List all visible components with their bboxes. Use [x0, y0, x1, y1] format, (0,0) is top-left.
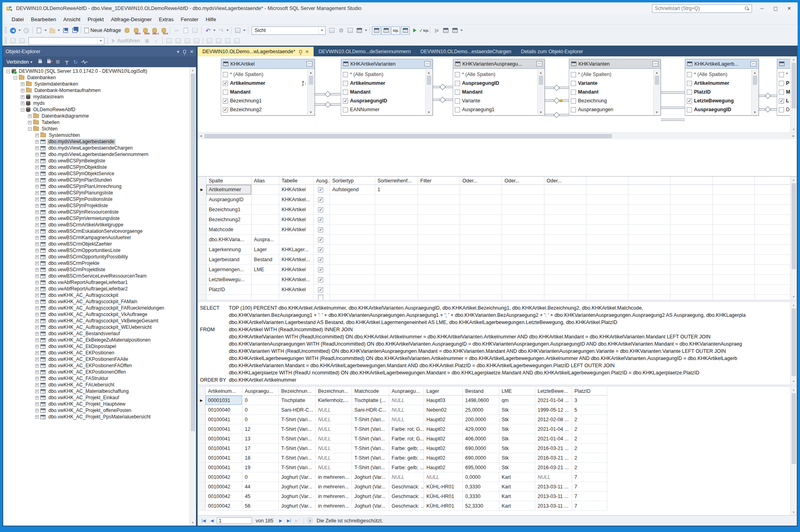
criteria-cell[interactable]	[586, 245, 628, 255]
criteria-cell[interactable]	[418, 255, 460, 265]
result-cell[interactable]: 00100042	[206, 472, 242, 482]
expander-icon[interactable]: +	[35, 364, 39, 368]
pin-icon[interactable]	[183, 50, 186, 53]
result-row[interactable]: 0010004256Joghurt (Var...in mehreren...J…	[198, 501, 797, 511]
column-checkbox[interactable]	[455, 107, 460, 112]
result-cell[interactable]: 00100041	[206, 434, 242, 444]
database-combobox[interactable]	[28, 37, 104, 45]
verify-sql-icon[interactable]: ✓	[152, 37, 160, 45]
column-checkbox[interactable]	[343, 90, 348, 95]
criteria-cell[interactable]: dbo.KHKVaria...	[206, 235, 252, 245]
criteria-cell[interactable]	[375, 225, 418, 235]
criteria-cell[interactable]: Bezeichnung1	[206, 205, 252, 215]
result-cell[interactable]: 00100041	[206, 463, 242, 472]
result-cell[interactable]: T-Shirt (Vari...	[352, 434, 389, 444]
scroll-left-icon[interactable]: ◀	[198, 133, 204, 139]
criteria-cell[interactable]	[330, 285, 375, 295]
result-cell[interactable]: Stk	[499, 415, 535, 424]
criteria-cell[interactable]	[628, 265, 670, 275]
stop-icon[interactable]	[54, 58, 62, 66]
result-cell[interactable]: 25,0000	[463, 405, 499, 415]
window-position-icon[interactable]: ▾	[177, 49, 179, 54]
criteria-cell[interactable]: KHKArtikel	[279, 215, 314, 225]
criteria-cell[interactable]	[586, 225, 628, 235]
expander-icon[interactable]: +	[35, 159, 39, 163]
result-cell[interactable]: Haupt02	[424, 424, 463, 434]
tree-item[interactable]: +dbo.vwKHK_AC_Auftragscockpit	[3, 292, 189, 298]
row-selector[interactable]	[198, 405, 206, 415]
expander-icon[interactable]: +	[35, 166, 39, 169]
tree-item[interactable]: −Sichten	[3, 126, 189, 132]
criteria-cell[interactable]	[586, 185, 628, 195]
column-checkbox[interactable]	[455, 98, 460, 104]
result-cell[interactable]: qm	[499, 396, 535, 405]
result-cell[interactable]: 2013-03-11 ...	[535, 482, 572, 492]
criteria-row[interactable]: Bezeichnung2KHKArtikel	[198, 215, 797, 225]
show-sql-pane-icon[interactable]	[183, 37, 192, 45]
expander-icon[interactable]: +	[35, 338, 39, 342]
result-cell[interactable]: in mehreren...	[316, 482, 352, 492]
criteria-pane-toggle-button[interactable]	[382, 26, 390, 35]
column-checkbox[interactable]	[571, 72, 576, 77]
console-icon[interactable]	[355, 26, 364, 35]
table-box-header[interactable]: KHKArtikelVarianten—	[341, 59, 432, 69]
criteria-cell[interactable]	[544, 265, 586, 275]
criteria-cell[interactable]	[628, 205, 670, 215]
result-cell[interactable]: 00100040	[206, 405, 242, 415]
expander-icon[interactable]: +	[28, 121, 32, 124]
criteria-column-header[interactable]: Sortierreihenf...	[375, 177, 418, 185]
dax-query-icon[interactable]: DAX	[160, 26, 168, 35]
criteria-cell[interactable]	[670, 195, 712, 205]
result-cell[interactable]: T-Shirt (Vari...	[279, 453, 316, 463]
row-selector[interactable]	[198, 235, 206, 245]
result-cell[interactable]: 2016-03-21 ...	[535, 444, 572, 453]
result-cell[interactable]: T-Shirt (Vari...	[352, 444, 389, 453]
column-checkbox[interactable]	[343, 98, 348, 104]
column-checkbox[interactable]	[223, 81, 228, 86]
column-checkbox[interactable]	[779, 98, 784, 104]
expander-icon[interactable]: +	[35, 409, 39, 412]
criteria-cell[interactable]	[375, 215, 418, 225]
results-pane-toggle-button[interactable]	[401, 26, 410, 35]
criteria-cell[interactable]: KHKArtikel	[279, 185, 314, 195]
table-box-khkvariantenauspraegu[interactable]: KHKVariantenAuspraegu...—* (Alle Spalten…	[453, 59, 545, 116]
result-row[interactable]: 001000410T-Shirt (Vari...NULLT-Shirt (Va…	[198, 415, 797, 424]
criteria-cell[interactable]	[418, 235, 460, 245]
criteria-cell[interactable]	[670, 205, 712, 215]
result-cell[interactable]: Sani-HDR-C...	[279, 405, 316, 415]
add-new-derived-table-icon[interactable]	[451, 26, 459, 35]
table-box-khkartikel[interactable]: KHKArtikel—* (Alle Spalten)Artikelnummer…	[221, 59, 315, 116]
last-record-button[interactable]: ▶|	[285, 517, 292, 524]
result-cell[interactable]: Joghurt (Var...	[279, 482, 316, 492]
join-connector[interactable]	[315, 92, 341, 97]
sql-pane-toggle-button[interactable]: SQL	[391, 26, 400, 35]
include-actual-plan-icon[interactable]	[18, 37, 26, 45]
tree-item[interactable]: +dbo.vewBSCrmOpportunitiesListe	[3, 247, 189, 254]
scroll-up-icon[interactable]: ▲	[790, 302, 797, 308]
expander-icon[interactable]: +	[35, 172, 39, 176]
close-icon[interactable]: ✕	[190, 49, 194, 54]
tab-devwin10-oldemo-deseriennummern[interactable]: DEVWIN10.OLDemo...deSeriennummern	[314, 47, 416, 56]
criteria-cell[interactable]	[375, 205, 418, 215]
result-cell[interactable]: 44	[242, 482, 279, 492]
output-checkbox[interactable]	[318, 207, 323, 212]
result-cell[interactable]: Haupt02	[424, 453, 463, 463]
tree-item[interactable]: +dbo.vwKHK_AC_EKPositionenFAAlle	[3, 356, 189, 362]
column-row[interactable]: * (Alle Spalten)	[571, 70, 652, 79]
criteria-cell[interactable]	[544, 235, 586, 245]
criteria-cell[interactable]	[713, 245, 755, 255]
result-cell[interactable]: KÜHL-HR01	[424, 482, 463, 492]
expander-icon[interactable]: +	[35, 274, 39, 278]
add-group-by-icon[interactable]	[214, 37, 223, 45]
new-record-button[interactable]: ▶*	[294, 517, 301, 524]
criteria-column-header[interactable]: Oder...	[460, 177, 502, 185]
output-checkbox-cell[interactable]	[314, 225, 330, 235]
tree-item[interactable]: +dbo.vwKHK_AC_EkDispostapel	[3, 343, 189, 350]
minimize-button[interactable]: —	[536, 61, 542, 66]
next-record-button[interactable]: ▶	[277, 517, 284, 524]
criteria-cell[interactable]	[418, 185, 460, 195]
tree-item[interactable]: +dbo.vwKHK_AC_Projekt_PpsMaterialuebersi…	[3, 414, 189, 420]
new-query-button[interactable]: Neue Abfrage	[84, 28, 121, 33]
criteria-cell[interactable]	[418, 245, 460, 255]
result-cell[interactable]: NULL	[316, 415, 352, 424]
